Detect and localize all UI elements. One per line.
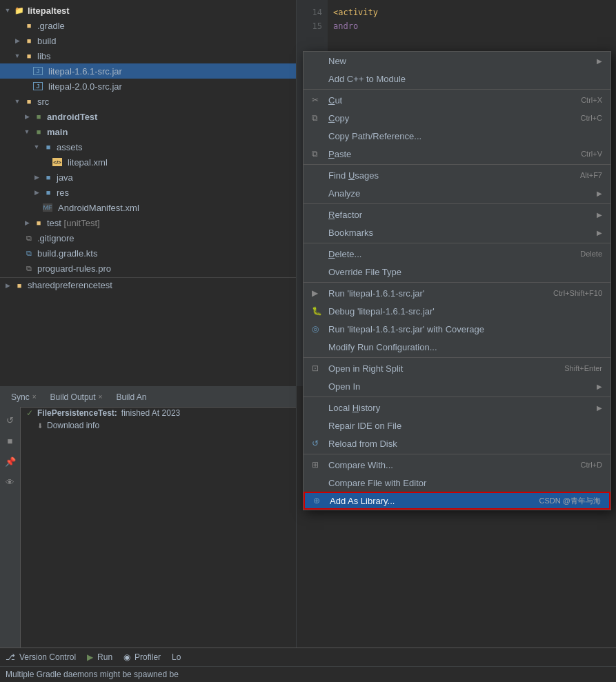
menu-item-label: Find Usages <box>328 170 580 181</box>
status-tab-label: Run <box>97 652 112 662</box>
tree-item-res[interactable]: ▶ ■ res <box>0 185 296 200</box>
download-info: ⬇ Download info <box>21 419 297 432</box>
status-tab-profiler[interactable]: ◉ Profiler <box>123 652 161 662</box>
tree-item-test[interactable]: ▶ ■ test [unitTest] <box>0 215 296 230</box>
tree-label: build <box>37 36 56 46</box>
menu-separator <box>304 454 610 454</box>
menu-item-reload-disk[interactable]: ↺ Reload from Disk <box>304 434 610 452</box>
refresh-icon[interactable]: ↺ <box>3 412 18 428</box>
download-icon: ⬇ <box>37 422 43 430</box>
profiler-icon: ◉ <box>123 652 130 662</box>
build-tab-sync[interactable]: Sync × <box>6 389 42 405</box>
status-tab-version-control[interactable]: ⎇ Version Control <box>6 652 76 662</box>
menu-item-run-jar[interactable]: ▶ Run 'litepal-1.6.1-src.jar' Ctrl+Shift… <box>304 284 610 302</box>
menu-separator <box>304 89 610 90</box>
tree-label: litepal-2.0.0-src.jar <box>48 81 122 92</box>
menu-item-new[interactable]: New ▶ <box>304 52 610 70</box>
copy-icon: ⧉ <box>312 113 324 123</box>
menu-item-modify-run[interactable]: Modify Run Configuration... <box>304 338 610 356</box>
menu-item-copy-path[interactable]: Copy Path/Reference... <box>304 127 610 145</box>
menu-item-open-in[interactable]: Open In ▶ <box>304 377 610 395</box>
tree-item-litepaltest[interactable]: ▼ 📁 litepaltest <box>0 3 296 18</box>
tree-label: .gradle <box>37 21 65 31</box>
close-icon[interactable]: × <box>99 393 103 401</box>
shortcut-label: Alt+F7 <box>580 171 602 179</box>
status-tab-lo[interactable]: Lo <box>172 652 181 662</box>
build-tab-output[interactable]: Build Output × <box>45 389 108 405</box>
tree-arrow <box>12 248 22 258</box>
code-line: <activity <box>333 6 616 19</box>
folder-icon: ■ <box>23 96 34 107</box>
menu-item-label: Delete... <box>328 249 580 259</box>
menu-item-label: Compare File with Editor <box>328 478 602 488</box>
tree-item-assets[interactable]: ▼ ■ assets <box>0 139 296 154</box>
cut-icon: ✂ <box>312 95 324 105</box>
tree-label: androidTest <box>47 112 97 122</box>
stop-icon[interactable]: ■ <box>3 433 18 448</box>
menu-item-debug-jar[interactable]: 🐛 Debug 'litepal-1.6.1-src.jar' <box>304 302 610 320</box>
menu-item-label: Repair IDE on File <box>328 421 602 431</box>
menu-item-add-cpp[interactable]: Add C++ to Module <box>304 70 610 88</box>
menu-item-find-usages[interactable]: Find Usages Alt+F7 <box>304 166 610 184</box>
pin-icon[interactable]: 📌 <box>3 454 18 469</box>
menu-item-coverage[interactable]: ◎ Run 'litepal-1.6.1-src.jar' with Cover… <box>304 320 610 338</box>
status-text: Multiple Gradle daemons might be spawned… <box>6 670 179 679</box>
tree-item-gitignore[interactable]: ⧉ .gitignore <box>0 230 296 245</box>
code-line: andro <box>333 19 616 33</box>
folder-icon: 📁 <box>14 5 25 16</box>
tree-item-litepal200[interactable]: J litepal-2.0.0-src.jar <box>0 79 296 94</box>
menu-item-label: Override File Type <box>328 267 602 277</box>
task-label: FilePersistenceTest: <box>37 408 117 418</box>
submenu-arrow: ▶ <box>597 190 602 197</box>
menu-item-label: Add C++ to Module <box>328 74 602 84</box>
menu-item-copy[interactable]: ⧉ Copy Ctrl+C <box>304 109 610 127</box>
submenu-arrow: ▶ <box>597 57 602 65</box>
menu-item-bookmarks[interactable]: Bookmarks ▶ <box>304 223 610 241</box>
menu-item-compare-editor[interactable]: Compare File with Editor <box>304 474 610 492</box>
tree-item-androidmanifest[interactable]: MF AndroidManifest.xml <box>0 200 296 215</box>
tree-item-libs[interactable]: ▼ ■ libs <box>0 48 296 63</box>
tree-arrow: ▼ <box>12 51 22 61</box>
menu-item-repair-ide[interactable]: Repair IDE on File <box>304 417 610 434</box>
eye-icon[interactable]: 👁 <box>3 474 18 490</box>
tree-arrow <box>22 81 32 91</box>
tree-item-main[interactable]: ▼ ■ main <box>0 124 296 139</box>
menu-separator <box>304 203 610 204</box>
tree-item-sharedpref[interactable]: ▶ ■ sharedpreferencetest <box>0 277 296 292</box>
menu-item-paste[interactable]: ⧉ Paste Ctrl+V <box>304 145 610 163</box>
status-tab-run[interactable]: ▶ Run <box>87 652 112 662</box>
status-tab-label: Version Control <box>19 652 76 662</box>
tree-item-build[interactable]: ▶ ■ build <box>0 33 296 48</box>
menu-item-icon: ⊕ <box>313 496 326 505</box>
menu-item-override-type[interactable]: Override File Type <box>304 263 610 281</box>
tree-label: assets <box>57 142 83 152</box>
tree-label: src <box>37 97 49 107</box>
tree-item-litepalxml[interactable]: </> litepal.xml <box>0 154 296 170</box>
tree-arrow: ▼ <box>22 127 32 137</box>
menu-item-open-right[interactable]: ⊡ Open in Right Split Shift+Enter <box>304 359 610 377</box>
menu-item-local-history[interactable]: Local History ▶ <box>304 399 610 417</box>
tree-item-androidtest[interactable]: ▶ ■ androidTest <box>0 109 296 124</box>
folder-blue-icon: ■ <box>43 141 54 152</box>
tree-item-proguard[interactable]: ⧉ proguard-rules.pro <box>0 261 296 276</box>
menu-item-compare-with[interactable]: ⊞ Compare With... Ctrl+D <box>304 456 610 474</box>
build-tab-an[interactable]: Build An <box>110 389 152 405</box>
tree-arrow <box>12 263 22 273</box>
shortcut-label: Ctrl+X <box>581 96 602 104</box>
menu-item-label: Run 'litepal-1.6.1-src.jar' <box>328 288 553 299</box>
tree-item-buildgradle[interactable]: ⧉ build.gradle.kts <box>0 245 296 261</box>
menu-item-refactor[interactable]: Refactor ▶ <box>304 205 610 223</box>
tree-item-litepal161[interactable]: J litepal-1.6.1-src.jar <box>0 63 296 79</box>
tree-item-java[interactable]: ▶ ■ java <box>0 170 296 185</box>
tree-item-gradle[interactable]: ■ .gradle <box>0 18 296 33</box>
tree-item-src[interactable]: ▼ ■ src <box>0 94 296 109</box>
close-icon[interactable]: × <box>32 393 37 401</box>
menu-item-label: Add As Library... <box>330 496 539 506</box>
tree-label: java <box>57 172 73 183</box>
menu-item-cut[interactable]: ✂ Cut Ctrl+X <box>304 91 610 109</box>
menu-item-add-library[interactable]: ⊕ Add As Library... CSDN @青年与海 <box>304 492 610 510</box>
menu-item-label: Debug 'litepal-1.6.1-src.jar' <box>328 306 602 317</box>
menu-item-delete[interactable]: Delete... Delete <box>304 245 610 263</box>
check-icon: ✓ <box>26 408 33 418</box>
menu-item-analyze[interactable]: Analyze ▶ <box>304 184 610 202</box>
